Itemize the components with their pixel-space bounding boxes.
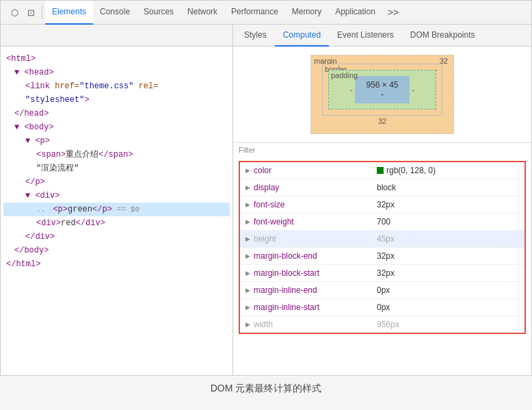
cursor-icon[interactable]: ⬡ — [8, 5, 21, 19]
prop-name: display — [254, 181, 377, 194]
devtools-window: ⬡ ⊡ Elements Console Sources Network Per… — [0, 0, 532, 376]
prop-name: margin-block-end — [254, 249, 377, 263]
prop-expand-icon: ▶ — [245, 283, 251, 297]
main-content: <html> ▼ <head> <link href="theme.css" r… — [1, 47, 531, 375]
css-prop-row[interactable]: ▶width956px — [240, 316, 524, 333]
prop-value: 700 — [377, 215, 390, 229]
filter-section: Filter — [233, 142, 531, 158]
prop-expand-icon: ▶ — [245, 249, 251, 263]
margin-bottom-value: 32 — [322, 116, 442, 125]
css-prop-row[interactable]: ▶colorrgb(0, 128, 0) — [240, 162, 524, 179]
css-prop-row[interactable]: ▶margin-inline-start0px — [240, 299, 524, 316]
right-side-dash: - — [412, 86, 415, 94]
tab-application[interactable]: Application — [328, 1, 382, 25]
dom-line: </p> — [3, 175, 230, 189]
prop-value: 45px — [377, 232, 395, 246]
css-prop-row[interactable]: ▶height45px — [240, 231, 524, 248]
computed-panel: margin 32 border - padding - — [233, 47, 531, 375]
prop-name: margin-inline-end — [254, 283, 377, 297]
tab-event-listeners[interactable]: Event Listeners — [329, 25, 402, 47]
prop-name: height — [254, 232, 377, 246]
dom-line: <link href="theme.css" rel= — [3, 79, 230, 93]
color-swatch[interactable] — [377, 167, 384, 174]
tab-dom-breakpoints[interactable]: DOM Breakpoints — [402, 25, 483, 47]
dom-line: </html> — [3, 257, 230, 271]
css-prop-row[interactable]: ▶margin-block-end32px — [240, 248, 524, 265]
dom-line: "渲染流程" — [3, 162, 230, 175]
tab-computed[interactable]: Computed — [275, 25, 329, 47]
more-tabs-button[interactable]: >> — [382, 7, 404, 18]
dom-tree-panel: <html> ▼ <head> <link href="theme.css" r… — [1, 47, 233, 375]
right-panel-tabs: Styles Computed Event Listeners DOM Brea… — [233, 25, 531, 46]
prop-expand-icon: ▶ — [245, 198, 251, 212]
prop-name: font-weight — [254, 215, 377, 229]
border-box: border - padding - 956 × 45 - — [322, 64, 442, 116]
tab-performance[interactable]: Performance — [224, 1, 285, 25]
dom-line: </head> — [3, 107, 230, 120]
tab-elements[interactable]: Elements — [45, 1, 93, 25]
prop-expand-icon: ▶ — [245, 164, 251, 177]
dom-selected-line[interactable]: .. <p>green</p> == $0 — [3, 203, 230, 216]
prop-expand-icon: ▶ — [245, 300, 251, 314]
tab-console[interactable]: Console — [93, 1, 137, 25]
filter-label: Filter — [239, 146, 526, 154]
content-row: - 956 × 45 - - — [334, 76, 430, 103]
dom-line: ▼ <head> — [3, 66, 230, 79]
prop-value: rgb(0, 128, 0) — [377, 164, 436, 177]
dom-line: ▼ <p> — [3, 134, 230, 148]
tab-styles[interactable]: Styles — [236, 25, 275, 47]
css-prop-row[interactable]: ▶font-size32px — [240, 196, 524, 214]
dom-line: <div>red</div> — [3, 216, 230, 230]
css-prop-row[interactable]: ▶margin-inline-end0px — [240, 282, 524, 299]
prop-name: margin-block-start — [254, 266, 377, 280]
prop-value: 0px — [377, 300, 390, 314]
prop-expand-icon: ▶ — [245, 318, 251, 331]
prop-expand-icon: ▶ — [245, 215, 251, 229]
prop-value: 32px — [377, 198, 395, 212]
box-model-container: margin 32 border - padding - — [233, 47, 531, 142]
margin-box: margin 32 border - padding - — [310, 55, 454, 134]
prop-name: font-size — [254, 198, 377, 212]
dom-line: <span>重点介绍</span> — [3, 148, 230, 162]
dom-line: ▼ <div> — [3, 189, 230, 203]
css-prop-row[interactable]: ▶font-weight700 — [240, 214, 524, 231]
prop-name: color — [254, 164, 377, 177]
dom-line: ▼ <body> — [3, 120, 230, 134]
tab-sources[interactable]: Sources — [137, 1, 181, 25]
css-properties-list: ▶colorrgb(0, 128, 0)▶displayblock▶font-s… — [239, 161, 526, 334]
prop-expand-icon: ▶ — [245, 232, 251, 246]
prop-value: 956px — [377, 318, 399, 331]
css-prop-row[interactable]: ▶displayblock — [240, 179, 524, 196]
second-tab-bar: Styles Computed Event Listeners DOM Brea… — [1, 25, 531, 47]
prop-value: 32px — [377, 249, 395, 263]
prop-value: block — [377, 181, 396, 194]
toolbar-icons: ⬡ ⊡ — [3, 5, 42, 19]
prop-value: 32px — [377, 266, 395, 280]
left-panel-header-spacer — [1, 25, 233, 46]
prop-name: margin-inline-start — [254, 300, 377, 314]
padding-label: padding — [331, 71, 358, 79]
dom-line: </body> — [3, 244, 230, 257]
prop-value: 0px — [377, 283, 390, 297]
top-tab-bar: ⬡ ⊡ Elements Console Sources Network Per… — [1, 1, 531, 25]
inspect-icon[interactable]: ⊡ — [24, 5, 38, 19]
prop-expand-icon: ▶ — [245, 181, 251, 194]
tab-network[interactable]: Network — [181, 1, 224, 25]
caption: DOM 元素最终计算的样式 — [0, 376, 532, 402]
dom-line: "stylesheet"> — [3, 93, 230, 107]
content-box: 956 × 45 - — [355, 76, 409, 103]
css-prop-row[interactable]: ▶margin-block-start32px — [240, 265, 524, 282]
left-side-dash: - — [350, 86, 353, 94]
tab-memory[interactable]: Memory — [285, 1, 328, 25]
padding-box: padding - 956 × 45 - - — [328, 70, 436, 110]
prop-expand-icon: ▶ — [245, 266, 251, 280]
prop-name: width — [254, 318, 377, 331]
dom-line: <html> — [3, 52, 230, 66]
dom-line: </div> — [3, 230, 230, 244]
